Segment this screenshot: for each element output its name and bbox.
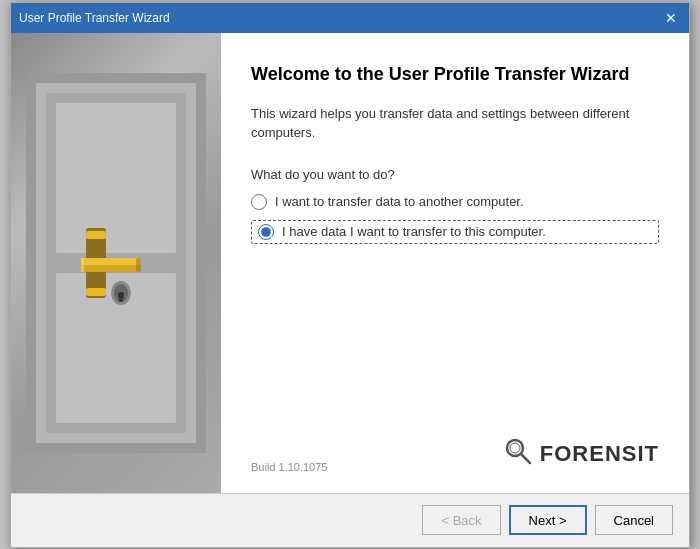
close-button[interactable]: ✕ [661, 8, 681, 28]
brand-logo: FORENSIT [502, 435, 659, 473]
wizard-window: User Profile Transfer Wizard ✕ [10, 2, 690, 548]
svg-rect-7 [81, 258, 141, 265]
question-label: What do you want to do? [251, 167, 659, 182]
right-panel: Welcome to the User Profile Transfer Wiz… [221, 33, 689, 493]
left-panel [11, 33, 221, 493]
forensit-logo-icon [502, 435, 534, 473]
footer: < Back Next > Cancel [11, 493, 689, 547]
content-area: Welcome to the User Profile Transfer Wiz… [11, 33, 689, 493]
svg-rect-14 [86, 288, 106, 296]
radio-input-1[interactable] [251, 194, 267, 210]
wizard-description: This wizard helps you transfer data and … [251, 104, 659, 143]
titlebar: User Profile Transfer Wizard ✕ [11, 3, 689, 33]
svg-rect-3 [56, 103, 176, 253]
door-image [11, 33, 221, 493]
radio-label-2: I have data I want to transfer to this c… [282, 224, 546, 239]
next-button[interactable]: Next > [509, 505, 587, 535]
radio-option-2[interactable]: I have data I want to transfer to this c… [251, 220, 659, 244]
svg-rect-13 [86, 231, 106, 239]
radio-group: I want to transfer data to another compu… [251, 194, 659, 244]
window-title: User Profile Transfer Wizard [19, 11, 170, 25]
door-illustration [26, 73, 206, 453]
svg-rect-15 [81, 258, 84, 272]
svg-line-19 [521, 454, 530, 463]
svg-rect-16 [136, 258, 141, 272]
radio-option-1[interactable]: I want to transfer data to another compu… [251, 194, 659, 210]
brand-name: FORENSIT [540, 441, 659, 467]
svg-point-18 [510, 443, 520, 453]
wizard-heading: Welcome to the User Profile Transfer Wiz… [251, 63, 659, 86]
radio-input-2[interactable] [258, 224, 274, 240]
back-button[interactable]: < Back [422, 505, 500, 535]
radio-label-1: I want to transfer data to another compu… [275, 194, 524, 209]
cancel-button[interactable]: Cancel [595, 505, 673, 535]
bottom-row: Build 1.10.1075 FORENSIT [251, 435, 659, 473]
build-info: Build 1.10.1075 [251, 461, 327, 473]
svg-rect-12 [120, 297, 123, 302]
